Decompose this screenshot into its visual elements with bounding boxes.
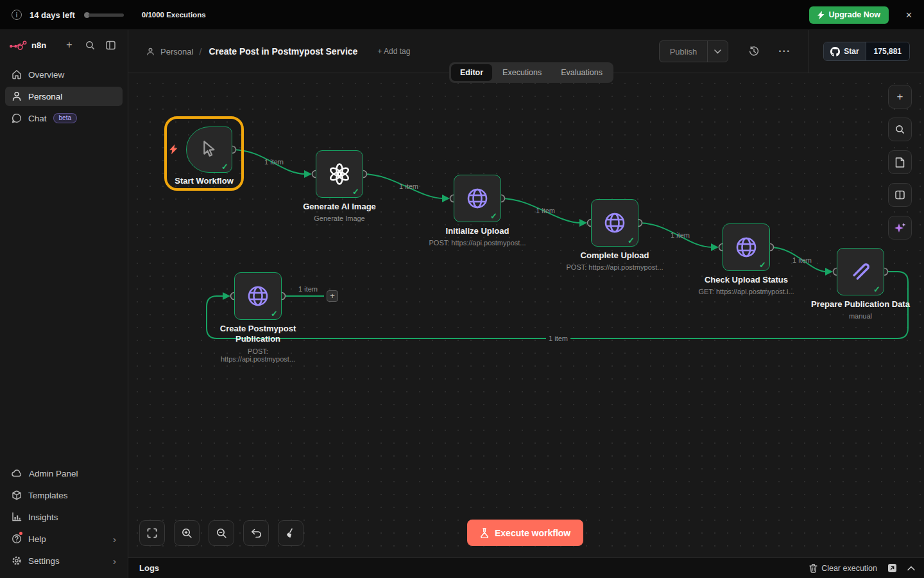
node-start-workflow[interactable]: ✓ [186,127,232,173]
note-icon [895,157,905,168]
publish-button[interactable]: Publish [660,41,708,62]
cursor-icon [201,141,218,159]
search-icon[interactable] [81,37,98,53]
breadcrumb: Personal / Create Post in Postmypost Ser… [146,46,410,57]
add-node-button[interactable]: + [888,85,912,109]
zoom-in-button[interactable] [174,520,200,546]
globe-icon [245,283,271,309]
sidebar-item-templates[interactable]: Templates [5,486,123,505]
beta-badge: beta [53,113,77,123]
node-initialize-upload[interactable]: ✓ [454,175,501,222]
info-icon[interactable]: i [12,10,22,20]
sidebar-item-help[interactable]: Help › [5,529,123,548]
cloud-icon [12,468,22,478]
package-icon [12,490,22,500]
globe-icon [733,234,759,260]
success-check-icon: ✓ [352,187,359,197]
node-prepare-publication-data[interactable]: ✓ [837,248,884,295]
tidy-up-button[interactable] [278,520,304,546]
publish-split-button: Publish [659,40,729,62]
logs-bar[interactable]: Logs Clear execution [128,557,924,578]
workflow-canvas[interactable]: 1 item 1 item 1 item 1 item 1 item 1 ite… [128,73,924,557]
zoom-out-icon [216,528,227,539]
zoom-in-icon [182,528,193,539]
logs-title: Logs [139,563,159,573]
github-icon [830,47,840,57]
tab-editor[interactable]: Editor [451,64,492,81]
globe-icon [465,186,490,211]
node-check-upload-status[interactable]: ✓ [723,223,770,271]
openai-icon [327,162,352,186]
split-panel-icon [895,190,905,200]
n8n-app: i 14 days left 0/1000 Executions Upgrade… [0,0,924,578]
github-star-widget[interactable]: Star 175,881 [823,42,910,61]
upgrade-now-button[interactable]: Upgrade Now [809,6,889,24]
sidebar-item-insights[interactable]: Insights [5,507,123,527]
notification-dot [19,532,22,535]
chevron-right-icon: › [113,534,116,544]
execute-workflow-button[interactable]: Execute workflow [467,520,583,546]
pencil-icon [850,261,871,283]
search-canvas-button[interactable] [888,118,912,141]
broom-icon [286,528,296,539]
new-workflow-icon[interactable]: + [61,37,78,53]
sidebar: n8n + Overview [0,30,128,578]
tab-evaluations[interactable]: Evaluations [552,64,612,81]
view-tabs: Editor Executions Evaluations [449,62,613,83]
trial-days-left: 14 days left [30,10,75,20]
tab-executions[interactable]: Executions [493,64,551,81]
undo-button[interactable] [243,520,269,546]
canvas-right-rail: + [888,85,912,240]
globe-icon [602,210,628,236]
node-complete-upload[interactable]: ✓ [591,199,638,247]
search-icon [895,125,905,134]
gear-icon [12,556,22,566]
user-icon [12,91,22,101]
sidebar-item-settings[interactable]: Settings › [5,551,123,570]
home-icon [12,69,22,80]
node-create-postmypost-publication[interactable]: ✓ [234,272,282,320]
sidebar-item-chat[interactable]: Chat beta [5,109,123,128]
bar-chart-icon [12,512,22,522]
sidebar-item-personal[interactable]: Personal [5,87,123,106]
workflow-history-icon[interactable] [745,42,763,60]
sidebar-item-overview[interactable]: Overview [5,65,123,84]
zoom-out-button[interactable] [209,520,234,546]
add-sticky-note-button[interactable] [888,150,912,174]
clear-execution-button[interactable]: Clear execution [809,564,877,573]
add-tag-button[interactable]: + Add tag [377,47,410,56]
success-check-icon: ✓ [873,285,880,294]
trial-progress-bar [84,12,124,18]
breadcrumb-project[interactable]: Personal [160,47,193,57]
chevron-down-icon [714,49,721,54]
flask-icon [480,528,489,538]
n8n-logo-icon [9,40,27,50]
chat-bubble-icon [12,113,22,123]
success-check-icon: ✓ [490,211,497,221]
open-logs-window-icon[interactable] [887,563,897,573]
node-generate-ai-image[interactable]: ✓ [316,150,363,198]
star-count: 175,881 [866,42,909,60]
help-icon [12,534,22,544]
success-check-icon: ✓ [759,260,766,270]
executions-quota: 0/1000 Executions [142,11,206,19]
toggle-panel-button[interactable] [888,183,912,207]
success-check-icon: ✓ [271,309,278,319]
workflow-title[interactable]: Create Post in Postmypost Service [209,46,357,57]
trial-progress-track [89,13,124,17]
collapse-sidebar-icon[interactable] [102,37,119,53]
success-check-icon: ✓ [221,162,228,171]
ai-assistant-button[interactable] [888,216,912,240]
lightning-icon [817,11,825,19]
publish-dropdown-caret[interactable] [707,41,728,62]
sidebar-spacer [0,133,128,459]
zoom-to-fit-button[interactable] [139,520,165,546]
n8n-logo[interactable]: n8n [9,40,46,50]
success-check-icon: ✓ [628,236,635,245]
expand-logs-chevron-icon[interactable] [907,566,915,571]
close-icon[interactable]: ✕ [902,9,916,21]
add-node-plus-button[interactable]: + [327,290,338,302]
sidebar-item-admin-panel[interactable]: Admin Panel [5,464,123,483]
sparkles-icon [894,222,907,234]
more-options-icon[interactable]: ··· [774,42,794,61]
